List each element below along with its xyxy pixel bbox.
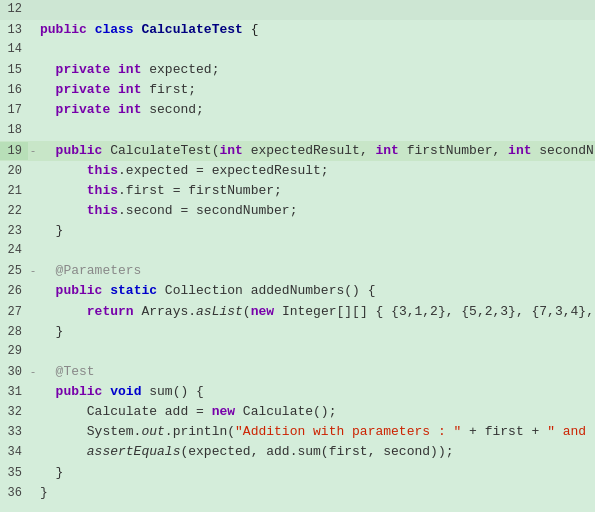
line-number: 13	[0, 21, 28, 40]
code-line: 20 this.expected = expectedResult;	[0, 161, 595, 181]
line-content: this.second = secondNumber;	[38, 201, 595, 221]
code-line: 34 assertEquals(expected, add.sum(first,…	[0, 442, 595, 462]
line-content: this.first = firstNumber;	[38, 181, 595, 201]
line-number: 15	[0, 61, 28, 80]
line-content: private int second;	[38, 100, 595, 120]
code-line: 36}	[0, 483, 595, 503]
code-line: 15 private int expected;	[0, 60, 595, 80]
code-line: 29	[0, 342, 595, 362]
code-line: 23 }	[0, 221, 595, 241]
line-number: 31	[0, 383, 28, 402]
code-line: 33 System.out.println("Addition with par…	[0, 422, 595, 442]
line-content: System.out.println("Addition with parame…	[38, 422, 595, 442]
line-content: public CalculateTest(int expectedResult,…	[38, 141, 595, 161]
code-line: 14	[0, 40, 595, 60]
line-number: 21	[0, 182, 28, 201]
code-line: 28 }	[0, 322, 595, 342]
line-marker: -	[28, 364, 38, 381]
line-content: }	[38, 322, 595, 342]
line-content: public static Collection addedNumbers() …	[38, 281, 595, 301]
code-line: 35 }	[0, 463, 595, 483]
code-editor: 1213public class CalculateTest {1415 pri…	[0, 0, 595, 512]
code-line: 18	[0, 121, 595, 141]
line-number: 33	[0, 423, 28, 442]
line-number: 12	[0, 0, 28, 19]
line-number: 32	[0, 403, 28, 422]
line-number: 25	[0, 262, 28, 281]
line-content: return Arrays.asList(new Integer[][] { {…	[38, 302, 595, 322]
line-number: 18	[0, 121, 28, 140]
line-marker: -	[28, 263, 38, 280]
code-line: 26 public static Collection addedNumbers…	[0, 281, 595, 301]
line-content: }	[38, 483, 595, 503]
line-number: 19	[0, 142, 28, 161]
line-number: 20	[0, 162, 28, 181]
line-number: 35	[0, 464, 28, 483]
line-content: private int expected;	[38, 60, 595, 80]
line-content: this.expected = expectedResult;	[38, 161, 595, 181]
code-line: 24	[0, 241, 595, 261]
line-content: @Test	[38, 362, 595, 382]
line-content: Calculate add = new Calculate();	[38, 402, 595, 422]
line-number: 26	[0, 282, 28, 301]
code-line: 16 private int first;	[0, 80, 595, 100]
line-number: 28	[0, 323, 28, 342]
code-line: 22 this.second = secondNumber;	[0, 201, 595, 221]
code-line: 17 private int second;	[0, 100, 595, 120]
line-number: 17	[0, 101, 28, 120]
code-line: 30- @Test	[0, 362, 595, 382]
line-content: }	[38, 221, 595, 241]
code-line: 21 this.first = firstNumber;	[0, 181, 595, 201]
line-number: 27	[0, 303, 28, 322]
line-content: }	[38, 463, 595, 483]
line-content: @Parameters	[38, 261, 595, 281]
line-content: public class CalculateTest {	[38, 20, 595, 40]
line-number: 14	[0, 40, 28, 59]
code-line: 19- public CalculateTest(int expectedRes…	[0, 141, 595, 161]
code-line: 32 Calculate add = new Calculate();	[0, 402, 595, 422]
line-number: 22	[0, 202, 28, 221]
line-content: private int first;	[38, 80, 595, 100]
line-content: public void sum() {	[38, 382, 595, 402]
line-number: 24	[0, 241, 28, 260]
code-line: 27 return Arrays.asList(new Integer[][] …	[0, 302, 595, 322]
code-line: 31 public void sum() {	[0, 382, 595, 402]
line-number: 34	[0, 443, 28, 462]
code-line: 12	[0, 0, 595, 20]
line-number: 36	[0, 484, 28, 503]
line-number: 23	[0, 222, 28, 241]
line-marker: -	[28, 143, 38, 160]
line-number: 30	[0, 363, 28, 382]
code-line: 13public class CalculateTest {	[0, 20, 595, 40]
line-number: 29	[0, 342, 28, 361]
line-content: assertEquals(expected, add.sum(first, se…	[38, 442, 595, 462]
code-line: 25- @Parameters	[0, 261, 595, 281]
line-number: 16	[0, 81, 28, 100]
